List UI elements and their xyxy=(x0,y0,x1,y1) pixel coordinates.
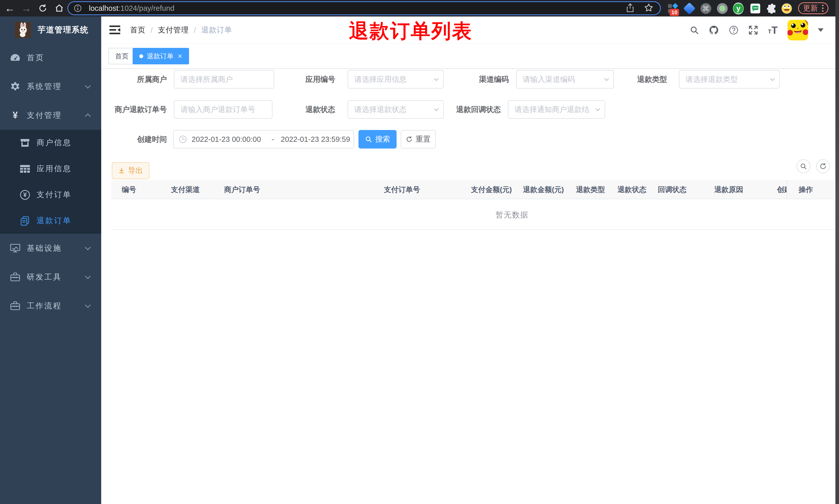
yen-icon xyxy=(9,110,21,121)
breadcrumb-home[interactable]: 首页 xyxy=(130,25,145,35)
tab-refund-order[interactable]: 退款订单 × xyxy=(132,48,189,64)
sidebar-collapse-icon[interactable] xyxy=(109,25,120,36)
app-title: 芋道管理系统 xyxy=(38,24,89,35)
extension-y-icon[interactable]: y xyxy=(733,3,744,14)
label-merchant: 所属商户 xyxy=(103,70,167,89)
sidebar-item-merchant-info[interactable]: 商户信息 xyxy=(0,130,101,156)
header-actions xyxy=(690,17,824,44)
date-start-value[interactable]: 2022-01-23 00:00:00 xyxy=(192,135,265,144)
col-refund-reason: 退款原因 xyxy=(714,180,743,199)
col-callback-status: 回调状态 xyxy=(658,180,686,199)
breadcrumb-pay[interactable]: 支付管理 xyxy=(158,25,189,35)
tags-view: 首页 退款订单 × xyxy=(101,44,835,69)
clock-icon xyxy=(179,135,187,143)
help-icon[interactable] xyxy=(729,25,738,35)
site-info-icon[interactable] xyxy=(73,4,82,13)
col-create-time: 创建时间 xyxy=(777,180,787,199)
table-header: 编号 支付渠道 商户订单号 支付订单号 支付金额(元) 退款金额(元) 退款类型… xyxy=(111,180,834,199)
date-end-value[interactable]: 2022-01-23 23:59:59 xyxy=(281,135,354,144)
label-refund-status: 退款状态 xyxy=(271,100,335,119)
grid-icon xyxy=(19,165,31,173)
col-id: 编号 xyxy=(122,180,136,199)
extension-badge: 10 xyxy=(670,9,679,16)
github-icon[interactable] xyxy=(709,25,719,35)
channel-select[interactable] xyxy=(516,70,614,89)
reload-icon[interactable] xyxy=(37,0,49,17)
label-app: 应用编号 xyxy=(271,70,335,89)
label-create-time: 创建时间 xyxy=(103,130,167,148)
export-button[interactable]: 导出 xyxy=(112,162,149,179)
extension-emoji-icon[interactable] xyxy=(781,3,792,14)
chevron-down-icon xyxy=(85,83,91,89)
monitor-icon xyxy=(9,244,21,253)
app-select[interactable] xyxy=(347,70,444,89)
col-channel: 支付渠道 xyxy=(171,180,200,199)
fullscreen-icon[interactable] xyxy=(748,25,758,35)
breadcrumb: 首页 / 支付管理 / 退款订单 xyxy=(130,17,232,44)
refresh-button[interactable] xyxy=(816,159,830,173)
store-icon xyxy=(19,139,31,147)
page-title-annotation: 退款订单列表 xyxy=(349,18,472,44)
sidebar-item-home[interactable]: 首页 xyxy=(0,43,101,72)
table-empty-row: 暂无数据 xyxy=(111,200,834,230)
merchant-input[interactable] xyxy=(174,70,274,89)
browser-update-button[interactable]: 更新 xyxy=(798,2,828,14)
chevron-down-icon xyxy=(85,245,91,250)
toolbox-icon xyxy=(9,273,21,281)
toolbox-icon xyxy=(9,302,21,310)
extension-gem-icon[interactable] xyxy=(684,3,695,14)
extension-record-icon[interactable] xyxy=(717,3,728,14)
extension-chat-icon[interactable] xyxy=(750,3,761,14)
screen-edge xyxy=(835,0,839,504)
bookmark-star-icon[interactable] xyxy=(644,3,653,13)
browser-menu-icon[interactable] xyxy=(822,5,824,12)
col-refund-amount: 退款金额(元) xyxy=(523,180,564,199)
sidebar-item-infra[interactable]: 基础设施 xyxy=(0,234,101,263)
fixed-action-column: 操作 xyxy=(787,180,834,199)
sidebar: 芋道管理系统 首页 系统管理 支付管理 商户信息 xyxy=(0,17,101,504)
app-logo[interactable]: 芋道管理系统 xyxy=(0,17,101,43)
sidebar-item-system[interactable]: 系统管理 xyxy=(0,72,101,101)
sidebar-item-pay[interactable]: 支付管理 xyxy=(0,101,101,130)
reset-button[interactable]: 重置 xyxy=(401,130,436,148)
tab-close-icon[interactable]: × xyxy=(178,52,182,60)
share-icon[interactable] xyxy=(626,3,634,13)
toggle-search-button[interactable] xyxy=(797,159,810,173)
sidebar-item-refund-order[interactable]: 退款订单 xyxy=(0,208,101,234)
extensions-puzzle-icon[interactable] xyxy=(766,3,777,14)
sidebar-item-workflow[interactable]: 工作流程 xyxy=(0,291,101,320)
sidebar-submenu-pay: 商户信息 应用信息 支付订单 退款订单 xyxy=(0,130,101,234)
label-channel: 渠道编码 xyxy=(445,70,509,89)
app-header: 首页 / 支付管理 / 退款订单 退款订单列表 xyxy=(101,17,835,44)
url-text[interactable]: localhost:1024/pay/refund xyxy=(89,4,174,13)
back-icon[interactable]: ← xyxy=(4,0,16,17)
notify-status-select[interactable] xyxy=(508,100,605,119)
refund-type-select[interactable] xyxy=(679,70,780,89)
search-icon[interactable] xyxy=(690,25,699,35)
extension-command-icon[interactable] xyxy=(700,3,711,14)
sidebar-item-devtools[interactable]: 研发工具 xyxy=(0,263,101,291)
merchant-refund-no-input[interactable] xyxy=(174,100,272,119)
home-icon[interactable] xyxy=(53,0,66,17)
sidebar-item-pay-order[interactable]: 支付订单 xyxy=(0,182,101,208)
tab-active-dot xyxy=(139,54,143,58)
dashboard-icon xyxy=(9,53,21,62)
documents-icon xyxy=(19,216,31,226)
col-pay-amount: 支付金额(元) xyxy=(471,180,512,199)
address-bar[interactable]: localhost:1024/pay/refund xyxy=(68,1,661,15)
forward-icon[interactable]: → xyxy=(20,0,33,17)
create-time-range-picker[interactable]: 2022-01-23 00:00:00 - 2022-01-23 23:59:5… xyxy=(173,130,354,148)
avatar-caret-icon[interactable] xyxy=(818,28,824,32)
font-size-icon[interactable] xyxy=(768,26,778,35)
empty-text: 暂无数据 xyxy=(496,200,529,230)
label-refund-type: 退款类型 xyxy=(603,70,667,89)
gear-icon xyxy=(9,82,21,91)
label-notify-status: 退款回调状态 xyxy=(429,100,501,119)
col-actions: 操作 xyxy=(799,180,813,199)
avatar[interactable] xyxy=(787,20,808,40)
sidebar-item-app-info[interactable]: 应用信息 xyxy=(0,156,101,182)
logo-rabbit-image xyxy=(15,22,31,38)
tab-home[interactable]: 首页 xyxy=(108,48,135,64)
extension-tabs-icon[interactable]: 10 xyxy=(667,3,678,14)
search-button[interactable]: 搜索 xyxy=(358,130,397,148)
